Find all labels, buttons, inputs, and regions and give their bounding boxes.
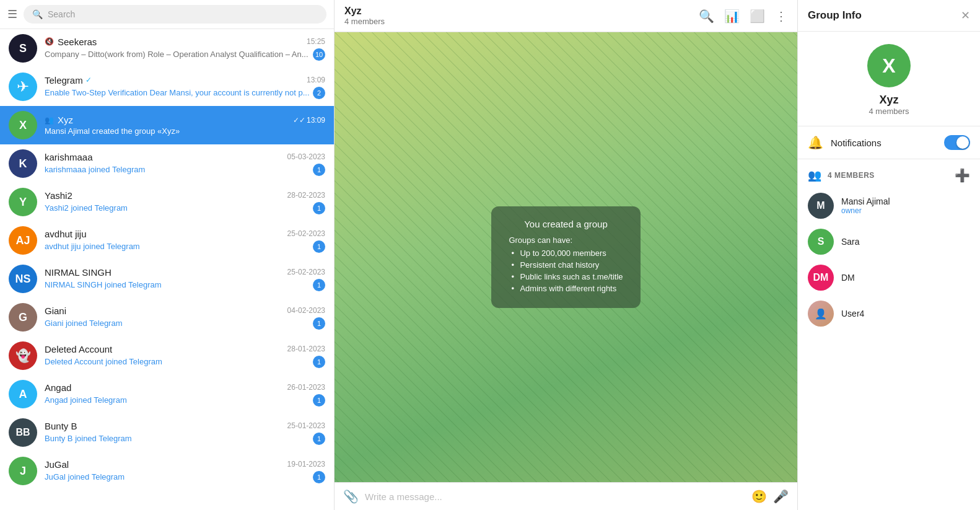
more-icon[interactable]: ⋮: [775, 9, 787, 24]
chat-badge: 10: [313, 48, 325, 61]
chat-item[interactable]: K karishmaaa 05-03-2023 karishmaaa joine…: [0, 144, 334, 183]
chat-time: 25-02-2023: [287, 268, 325, 276]
notifications-toggle[interactable]: [944, 135, 970, 150]
group-avatar: X: [867, 44, 911, 87]
main-chat: Xyz 4 members 🔍 📊 ⬜ ⋮ You created a grou…: [335, 0, 797, 510]
chat-item[interactable]: ✈ Telegram✓ 13:09 Enable Two-Step Verifi…: [0, 68, 334, 106]
chat-name: Bunty B: [45, 421, 77, 431]
chat-item[interactable]: J JuGal 19-01-2023 JuGal joined Telegram…: [0, 452, 334, 490]
member-info: DM: [841, 273, 970, 283]
chat-content: karishmaaa 05-03-2023 karishmaaa joined …: [45, 152, 325, 176]
right-panel: Group Info ✕ X Xyz 4 members 🔔 Notificat…: [797, 0, 980, 510]
chat-header-info: Xyz 4 members: [344, 6, 699, 26]
chat-preview: Giani joined Telegram: [45, 319, 310, 328]
chat-preview: avdhut jiju joined Telegram: [45, 242, 310, 251]
message-input[interactable]: [365, 491, 745, 502]
member-item[interactable]: 👤 User4: [798, 296, 980, 332]
chat-item[interactable]: Y Yashi2 28-02-2023 Yashi2 joined Telegr…: [0, 183, 334, 221]
chat-content: Yashi2 28-02-2023 Yashi2 joined Telegram…: [45, 190, 325, 214]
chat-header-actions: 🔍 📊 ⬜ ⋮: [699, 9, 787, 24]
chat-time: 25-02-2023: [287, 229, 325, 238]
notifications-row: 🔔 Notifications: [798, 126, 980, 159]
chat-badge: 2: [313, 87, 325, 99]
chat-item[interactable]: AJ avdhut jiju 25-02-2023 avdhut jiju jo…: [0, 221, 334, 260]
add-member-button[interactable]: ➕: [955, 168, 970, 183]
layout-icon[interactable]: ⬜: [750, 9, 765, 24]
chat-badge: 1: [313, 394, 325, 407]
features-list: Up to 200,000 membersPersistent chat his…: [509, 248, 623, 293]
chat-preview: Enable Two-Step Verification Dear Mansi,…: [45, 88, 310, 97]
member-item[interactable]: DM DM: [798, 260, 980, 296]
chat-badge: 1: [313, 240, 325, 253]
chat-badge: 1: [313, 471, 325, 483]
chat-header: Xyz 4 members 🔍 📊 ⬜ ⋮: [335, 0, 797, 32]
chat-preview: karishmaaa joined Telegram: [45, 165, 310, 174]
feature-item: Public links such as t.me/title: [511, 272, 623, 281]
attachment-icon[interactable]: 📎: [343, 489, 359, 504]
chat-time: 19-01-2023: [287, 460, 325, 468]
group-profile: X Xyz 4 members: [798, 32, 980, 126]
chat-preview: Bunty B joined Telegram: [45, 434, 310, 443]
chat-name: 👥Xyz: [45, 115, 73, 125]
menu-icon[interactable]: ☰: [7, 7, 17, 21]
member-item[interactable]: S Sara: [798, 224, 980, 260]
chat-name: Yashi2: [45, 190, 72, 201]
close-button[interactable]: ✕: [961, 9, 970, 22]
group-name: Xyz: [879, 94, 898, 107]
members-header: 👥 4 MEMBERS ➕: [798, 159, 980, 188]
chat-time: 05-03-2023: [287, 152, 325, 161]
member-role: owner: [841, 206, 970, 215]
search-icon[interactable]: 🔍: [699, 9, 714, 24]
chat-time: 28-01-2023: [287, 345, 325, 353]
welcome-card: You created a group Groups can have: Up …: [491, 206, 640, 308]
search-bar[interactable]: 🔍: [24, 5, 326, 24]
chat-name: 🔇Seekeras: [45, 37, 97, 47]
chat-item[interactable]: G Giani 04-02-2023 Giani joined Telegram…: [0, 298, 334, 336]
chat-name: Telegram✓: [45, 75, 92, 86]
welcome-title: You created a group: [509, 219, 623, 229]
chat-badge: 1: [313, 433, 325, 445]
member-item[interactable]: M Mansi Ajimal owner: [798, 188, 980, 224]
chat-header-name: Xyz: [344, 6, 699, 17]
sidebar: ☰ 🔍 S 🔇Seekeras 15:25 Company – Ditto(wo…: [0, 0, 335, 510]
search-input[interactable]: [48, 9, 318, 19]
member-info: Mansi Ajimal owner: [841, 196, 970, 215]
members-icon: 👥: [808, 169, 821, 182]
chat-item[interactable]: A Angad 26-01-2023 Angad joined Telegram…: [0, 375, 334, 413]
search-icon: 🔍: [32, 9, 43, 19]
chat-time: 15:25: [307, 37, 325, 46]
chat-badge: 1: [313, 279, 325, 291]
group-info-title: Group Info: [808, 9, 862, 22]
chat-badge: 1: [313, 317, 325, 330]
chat-name: Angad: [45, 382, 71, 393]
notifications-label: Notifications: [831, 138, 937, 148]
chat-time: 25-01-2023: [287, 421, 325, 430]
chat-item[interactable]: BB Bunty B 25-01-2023 Bunty B joined Tel…: [0, 413, 334, 452]
right-header: Group Info ✕: [798, 0, 980, 32]
message-input-bar: 📎 🙂 🎤: [335, 482, 797, 510]
chat-preview: Angad joined Telegram: [45, 395, 310, 405]
member-name: Mansi Ajimal: [841, 196, 970, 206]
chat-content: Angad 26-01-2023 Angad joined Telegram 1: [45, 382, 325, 407]
mic-icon[interactable]: 🎤: [773, 489, 789, 504]
chat-item[interactable]: NS NIRMAL SINGH 25-02-2023 NIRMAL SINGH …: [0, 260, 334, 298]
chat-content: Giani 04-02-2023 Giani joined Telegram 1: [45, 306, 325, 330]
emoji-icon[interactable]: 🙂: [751, 489, 767, 504]
chat-preview: Deleted Account joined Telegram: [45, 357, 310, 366]
chat-preview: NIRMAL SINGH joined Telegram: [45, 280, 310, 289]
chat-preview: Mansi Ajimal created the group «Xyz»: [45, 126, 325, 136]
members-list: M Mansi Ajimal owner S Sara DM DM 👤 User…: [798, 188, 980, 332]
chat-name: karishmaaa: [45, 152, 93, 162]
poll-icon[interactable]: 📊: [724, 9, 740, 24]
chat-preview: Company – Ditto(work from) Role – Operat…: [45, 50, 310, 59]
chat-item[interactable]: 👻 Deleted Account 28-01-2023 Deleted Acc…: [0, 336, 334, 375]
chat-time: ✓✓13:09: [293, 116, 325, 125]
chat-content: Deleted Account 28-01-2023 Deleted Accou…: [45, 344, 325, 368]
chat-badge: 1: [313, 356, 325, 368]
member-name: DM: [841, 273, 970, 283]
chat-item[interactable]: S 🔇Seekeras 15:25 Company – Ditto(work f…: [0, 29, 334, 68]
chat-name: avdhut jiju: [45, 229, 87, 239]
chat-item[interactable]: X 👥Xyz ✓✓13:09 Mansi Ajimal created the …: [0, 106, 334, 144]
member-info: Sara: [841, 237, 970, 247]
chat-name: NIRMAL SINGH: [45, 267, 112, 278]
